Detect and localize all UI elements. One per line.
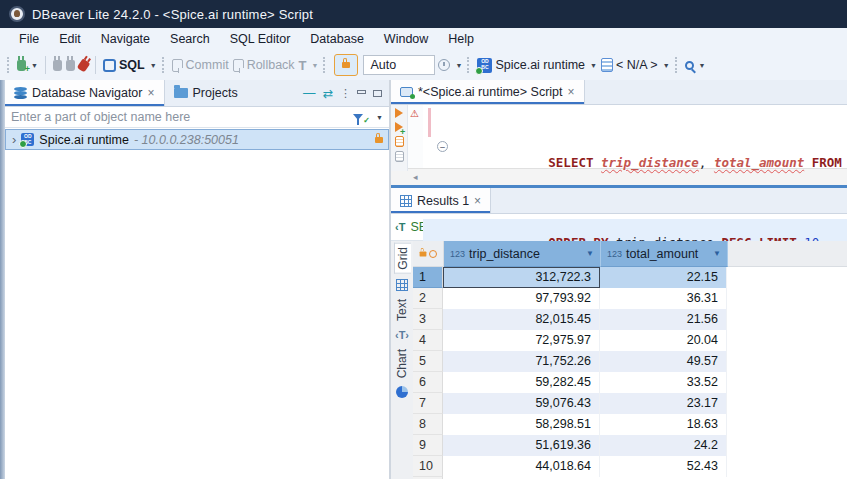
- maximize-view-icon[interactable]: [373, 90, 382, 97]
- row-number[interactable]: 5: [413, 351, 443, 372]
- close-icon[interactable]: ×: [147, 86, 154, 100]
- commit-button[interactable]: Commit: [172, 58, 229, 72]
- row-number[interactable]: 3: [413, 309, 443, 330]
- tab-projects[interactable]: Projects: [165, 80, 247, 106]
- search-button[interactable]: ▼: [685, 61, 706, 70]
- menu-help[interactable]: Help: [439, 30, 483, 48]
- menu-navigate[interactable]: Navigate: [92, 30, 159, 48]
- close-icon[interactable]: ×: [568, 85, 575, 99]
- table-row[interactable]: 7 59,076.43 23.17: [413, 393, 847, 414]
- tab-chart[interactable]: Chart: [394, 346, 410, 381]
- cell-total-amount[interactable]: 36.31: [600, 288, 727, 309]
- cell-trip-distance[interactable]: 59,076.43: [443, 393, 600, 414]
- history-clock-icon[interactable]: [438, 59, 450, 71]
- expander-chevron-icon[interactable]: ›: [12, 132, 16, 147]
- cell-total-amount[interactable]: 18.63: [600, 414, 727, 435]
- execute-script-icon[interactable]: [395, 136, 404, 147]
- cell-trip-distance[interactable]: 82,015.45: [443, 309, 600, 330]
- table-row[interactable]: 9 51,619.36 24.2: [413, 435, 847, 456]
- table-row[interactable]: 4 72,975.97 20.04: [413, 330, 847, 351]
- menu-search[interactable]: Search: [161, 30, 219, 48]
- toolbar-drag-handle[interactable]: [7, 57, 12, 73]
- execute-statement-icon[interactable]: [395, 108, 403, 118]
- fold-collapse-icon[interactable]: −: [437, 141, 448, 152]
- link-with-editor-icon[interactable]: ⇄: [323, 86, 333, 101]
- active-schema-selector[interactable]: < N/A > ▼: [601, 58, 670, 72]
- chevron-down-icon[interactable]: ▼: [663, 62, 670, 69]
- cell-trip-distance[interactable]: 59,282.45: [443, 372, 600, 393]
- code-line-1[interactable]: −SELECT trip_distance, total_amount FROM…: [423, 139, 847, 187]
- object-filter-input[interactable]: Enter a part of object name here ✓ ▼: [5, 107, 389, 128]
- table-row[interactable]: 3 82,015.45 21.56: [413, 309, 847, 330]
- row-number[interactable]: 6: [413, 372, 443, 393]
- table-row[interactable]: 6 59,282.45 33.52: [413, 372, 847, 393]
- commit-mode-combo[interactable]: Auto ▼: [363, 55, 462, 75]
- menu-sql-editor[interactable]: SQL Editor: [221, 30, 300, 48]
- grid-corner-cell[interactable]: [413, 241, 444, 267]
- table-row[interactable]: 5 71,752.26 49.57: [413, 351, 847, 372]
- cell-total-amount[interactable]: 33.52: [600, 372, 727, 393]
- sort-desc-icon[interactable]: ▼: [713, 249, 721, 258]
- scroll-left-arrow-icon[interactable]: ◂: [413, 172, 418, 182]
- row-number[interactable]: 4: [413, 330, 443, 351]
- cell-total-amount[interactable]: 49.57: [600, 351, 727, 372]
- menu-edit[interactable]: Edit: [50, 30, 90, 48]
- cell-total-amount[interactable]: 21.56: [600, 309, 727, 330]
- table-row[interactable]: 2 97,793.92 36.31: [413, 288, 847, 309]
- cell-trip-distance[interactable]: 312,722.3: [443, 267, 600, 288]
- tree-item-connection[interactable]: › ODBC Spice.ai runtime - 10.0.0.238:500…: [5, 129, 389, 150]
- menu-window[interactable]: Window: [375, 30, 437, 48]
- row-number[interactable]: 1: [413, 267, 443, 288]
- execute-new-tab-icon[interactable]: [395, 122, 403, 132]
- grid-view-icon[interactable]: [396, 279, 408, 291]
- chevron-down-icon[interactable]: ▼: [150, 62, 157, 69]
- cell-total-amount[interactable]: 52.43: [600, 456, 727, 477]
- row-number[interactable]: 2: [413, 288, 443, 309]
- chevron-down-icon[interactable]: ▼: [312, 62, 319, 69]
- cell-trip-distance[interactable]: 51,619.36: [443, 435, 600, 456]
- cell-trip-distance[interactable]: 71,752.26: [443, 351, 600, 372]
- rollback-button[interactable]: Rollback: [233, 58, 295, 72]
- menu-database[interactable]: Database: [301, 30, 373, 48]
- row-number[interactable]: 9: [413, 435, 443, 456]
- view-menu-icon[interactable]: ⋮: [340, 87, 350, 100]
- row-number[interactable]: 7: [413, 393, 443, 414]
- filter-funnel-icon[interactable]: [353, 114, 363, 120]
- table-row[interactable]: 1 312,722.3 22.15: [413, 267, 847, 288]
- script-icon[interactable]: [395, 151, 404, 162]
- cell-total-amount[interactable]: 20.04: [600, 330, 727, 351]
- menu-file[interactable]: File: [10, 30, 48, 48]
- table-row[interactable]: 10 44,018.64 52.43: [413, 456, 847, 477]
- cell-total-amount[interactable]: 24.2: [600, 435, 727, 456]
- tab-grid[interactable]: Grid: [394, 243, 411, 274]
- active-connection-selector[interactable]: ODBC Spice.ai runtime ▼: [477, 58, 597, 73]
- connect-button[interactable]: [53, 60, 62, 71]
- tab-sql-script[interactable]: *<Spice.ai runtime> Script ×: [391, 80, 585, 104]
- sql-editor-button[interactable]: SQL ▼: [103, 58, 157, 72]
- column-header-trip-distance[interactable]: 123 trip_distance ▼: [444, 241, 601, 267]
- reconnect-button[interactable]: [66, 60, 75, 71]
- new-connection-button[interactable]: + ▼: [17, 60, 38, 71]
- row-number[interactable]: 8: [413, 414, 443, 435]
- cell-total-amount[interactable]: 23.17: [600, 393, 727, 414]
- cell-trip-distance[interactable]: 72,975.97: [443, 330, 600, 351]
- sort-desc-icon[interactable]: ▼: [586, 249, 594, 258]
- chevron-down-icon[interactable]: ▼: [31, 62, 38, 69]
- row-number[interactable]: 10: [413, 456, 443, 477]
- autocommit-lock-toggle[interactable]: [334, 54, 358, 76]
- collapse-all-icon[interactable]: —: [303, 86, 316, 100]
- tab-database-navigator[interactable]: Database Navigator ×: [5, 80, 165, 106]
- chevron-down-icon[interactable]: ▼: [590, 62, 597, 69]
- chevron-down-icon[interactable]: ▼: [455, 62, 462, 69]
- disconnect-button[interactable]: [79, 60, 88, 71]
- cell-trip-distance[interactable]: 58,298.51: [443, 414, 600, 435]
- table-row[interactable]: 8 58,298.51 18.63: [413, 414, 847, 435]
- text-view-icon[interactable]: ‹T›: [395, 329, 409, 341]
- transaction-log-button[interactable]: T ▼: [299, 58, 319, 73]
- cell-trip-distance[interactable]: 44,018.64: [443, 456, 600, 477]
- sql-code-editor[interactable]: ⚠ −SELECT trip_distance, total_amount FR…: [391, 105, 847, 168]
- chevron-down-icon[interactable]: ▼: [699, 62, 706, 69]
- title-bar[interactable]: DBeaver Lite 24.2.0 - <Spice.ai runtime>…: [0, 0, 847, 28]
- column-header-total-amount[interactable]: 123 total_amount ▼: [601, 241, 728, 267]
- cell-total-amount[interactable]: 22.15: [600, 267, 727, 288]
